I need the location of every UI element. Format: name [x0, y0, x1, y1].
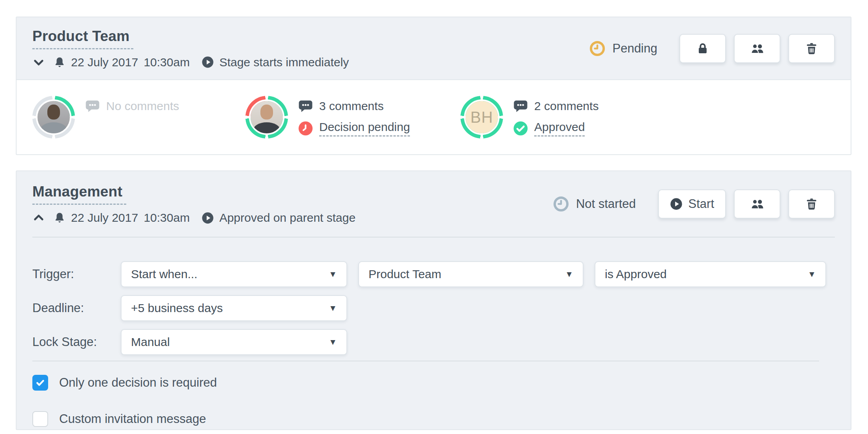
manage-reviewers-button[interactable] [734, 34, 780, 63]
lock-stage-select[interactable]: Manual ▼ [121, 329, 347, 355]
only-one-decision-row: Only one decision is required [32, 375, 835, 391]
reviewer-avatar[interactable]: BH [460, 96, 503, 138]
bell-icon [54, 56, 65, 69]
lock-stage-label: Lock Stage: [32, 335, 121, 349]
stage2-header-right: Not started Start [553, 189, 835, 219]
avatar-photo [37, 101, 70, 133]
caret-down-icon: ▼ [808, 269, 816, 279]
reviewer-info: 2 comments Approved [513, 96, 599, 138]
comments-count: No comments [106, 99, 179, 113]
trash-icon [805, 197, 818, 211]
stage1-reviewers: No comments 3 comments [17, 80, 851, 153]
decision-status-link[interactable]: Decision pending [319, 120, 410, 137]
form-divider [32, 361, 819, 361]
reviewer-item: 3 comments Decision pending [245, 96, 410, 138]
trigger-condition-value: is Approved [605, 268, 667, 281]
trigger-when-select[interactable]: Start when... ▼ [121, 261, 347, 287]
stage2-time[interactable]: 10:30am [144, 211, 190, 224]
lock-stage-row: Lock Stage: Manual ▼ [32, 329, 835, 355]
deadline-row: Deadline: +5 business days ▼ [32, 295, 835, 321]
stage-card-management: Management 22 July 2017 10:30am Approved… [16, 170, 851, 430]
trigger-stage-value: Product Team [369, 268, 441, 281]
stage2-date[interactable]: 22 July 2017 [71, 211, 138, 224]
decision-line: Approved [513, 120, 599, 136]
comment-bubble-icon [298, 99, 313, 113]
stage1-header: Product Team 22 July 2017 10:30am Stage … [17, 17, 851, 80]
deadline-select[interactable]: +5 business days ▼ [121, 295, 347, 321]
stage2-meta-row: 22 July 2017 10:30am Approved on parent … [32, 211, 355, 224]
stage2-header: Management 22 July 2017 10:30am Approved… [17, 171, 851, 237]
trigger-stage-select[interactable]: Product Team ▼ [358, 261, 584, 287]
chevron-down-icon[interactable] [32, 56, 45, 69]
trigger-when-value: Start when... [131, 268, 197, 281]
trash-icon [805, 42, 818, 55]
stage1-time[interactable]: 10:30am [144, 56, 190, 69]
chevron-up-icon[interactable] [32, 211, 45, 224]
comments-line[interactable]: 3 comments [298, 98, 410, 114]
bell-icon [54, 211, 65, 224]
only-one-decision-checkbox[interactable] [32, 375, 48, 391]
stage2-header-left: Management 22 July 2017 10:30am Approved… [32, 183, 355, 224]
stage2-title[interactable]: Management [32, 183, 126, 205]
decision-line: Decision pending [298, 120, 410, 136]
caret-down-icon: ▼ [329, 337, 337, 347]
stage1-header-left: Product Team 22 July 2017 10:30am Stage … [32, 28, 349, 69]
stage-card-product-team: Product Team 22 July 2017 10:30am Stage … [16, 17, 851, 155]
only-one-decision-label[interactable]: Only one decision is required [59, 376, 217, 390]
stage2-trigger-summary[interactable]: Approved on parent stage [219, 211, 355, 224]
start-button-label: Start [688, 197, 714, 211]
custom-invitation-checkbox[interactable] [32, 411, 48, 427]
trigger-condition-select[interactable]: is Approved ▼ [595, 261, 826, 287]
delete-stage-button[interactable] [788, 34, 835, 63]
deadline-label: Deadline: [32, 301, 121, 315]
custom-invitation-label[interactable]: Custom invitation message [59, 412, 206, 426]
delete-stage-button[interactable] [788, 189, 835, 219]
approved-icon [513, 121, 528, 136]
decision-pending-icon [298, 121, 313, 136]
stage1-trigger-summary[interactable]: Stage starts immediately [219, 56, 349, 69]
comments-line: No comments [85, 98, 179, 114]
lock-stage-value: Manual [131, 335, 170, 349]
start-stage-button[interactable]: Start [658, 189, 726, 219]
reviewer-avatar[interactable] [245, 96, 288, 138]
manage-reviewers-button[interactable] [734, 189, 780, 219]
people-icon [749, 197, 765, 211]
play-circle-icon [670, 198, 683, 210]
caret-down-icon: ▼ [565, 269, 573, 279]
trigger-label: Trigger: [32, 267, 121, 281]
comments-line[interactable]: 2 comments [513, 98, 599, 114]
reviewer-info: 3 comments Decision pending [298, 96, 410, 138]
play-circle-icon [202, 212, 214, 224]
people-icon [749, 42, 765, 55]
stage1-header-right: Pending [589, 34, 835, 63]
avatar-initials: BH [466, 101, 498, 133]
deadline-value: +5 business days [131, 301, 223, 315]
stage1-status-label: Pending [612, 41, 657, 56]
stage2-status: Not started [553, 196, 636, 212]
stage2-settings-form: Trigger: Start when... ▼ Product Team ▼ … [17, 261, 851, 427]
decision-status-link[interactable]: Approved [534, 120, 585, 137]
comment-bubble-icon [85, 99, 100, 113]
pending-clock-icon [589, 40, 606, 57]
lock-icon [696, 42, 709, 55]
reviewer-info: No comments [85, 96, 179, 138]
comments-count: 2 comments [534, 99, 599, 113]
avatar-photo [251, 101, 283, 133]
custom-invitation-row: Custom invitation message [32, 411, 835, 427]
reviewer-item: BH 2 comments Approved [460, 96, 599, 138]
not-started-clock-icon [553, 196, 569, 212]
stage2-status-label: Not started [576, 197, 636, 211]
reviewer-avatar[interactable] [32, 96, 75, 138]
stage1-date[interactable]: 22 July 2017 [71, 56, 138, 69]
header-divider [32, 237, 835, 238]
stage1-title[interactable]: Product Team [32, 28, 133, 49]
play-circle-icon [202, 56, 214, 68]
comment-bubble-icon [513, 99, 528, 113]
stage-settings-page: Product Team 22 July 2017 10:30am Stage … [0, 0, 868, 434]
lock-stage-button[interactable] [679, 34, 726, 63]
reviewer-item: No comments [32, 96, 179, 138]
stage1-status: Pending [589, 40, 657, 57]
caret-down-icon: ▼ [329, 303, 337, 313]
comments-count: 3 comments [319, 99, 383, 113]
stage1-meta-row: 22 July 2017 10:30am Stage starts immedi… [32, 56, 349, 69]
